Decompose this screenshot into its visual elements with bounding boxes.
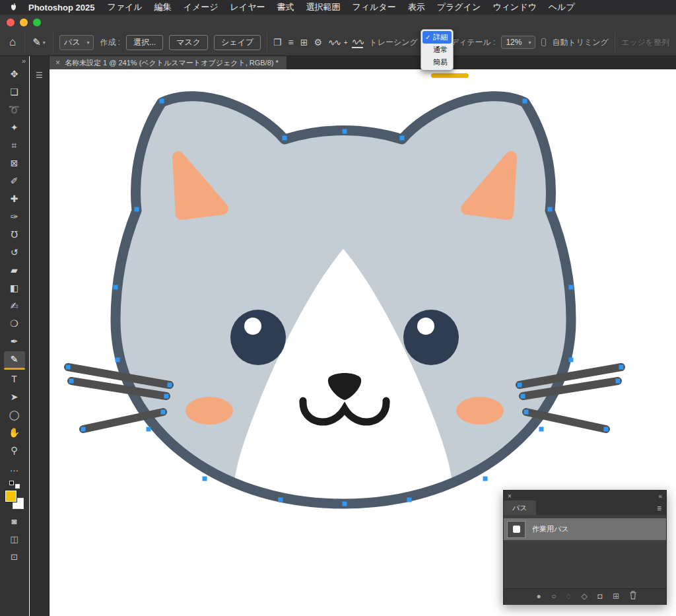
active-tool-preset[interactable]: ✎ ▾	[31, 36, 47, 48]
more-tools-ellipsis[interactable]: …	[4, 460, 25, 477]
tool-options-row: ⌂ ✎ ▾ パス ▾ 作成 : 選択... マスク シェイプ ❐ ≡ ⊞ ⚙ ∿…	[0, 29, 676, 55]
align-edges-label: エッジを整列	[621, 37, 669, 48]
shape-tool[interactable]: ◯	[4, 407, 25, 423]
vector-mask-icon[interactable]: ◇	[582, 592, 588, 601]
collapsed-panel-strip: ☰	[30, 56, 50, 616]
frame-tool[interactable]: ⊠	[4, 155, 25, 172]
hand-tool[interactable]: ✋	[4, 425, 25, 441]
capture-icon[interactable]: ⊡	[4, 549, 25, 565]
trace-add-icon[interactable]: ∿∿	[352, 37, 364, 48]
load-selection-icon[interactable]: ◌	[566, 592, 571, 601]
panel-menu-icon[interactable]: ≡	[657, 504, 666, 515]
foreground-color-swatch[interactable]	[5, 491, 17, 502]
cat-illustration	[66, 96, 624, 506]
options-bar: ⌂ ✎ ▾ パス ▾ 作成 : 選択... マスク シェイプ ❐ ≡ ⊞ ⚙ ∿…	[0, 15, 676, 56]
tracing-option-detailed[interactable]: ✓ 詳細	[422, 31, 452, 44]
document-tab-bar: × 名称未設定 1 @ 241% (ベクトルスマートオブジェクト, RGB/8)…	[50, 56, 676, 69]
menu-image[interactable]: イメージ	[178, 1, 224, 13]
paths-list: 作業用パス	[504, 515, 666, 588]
path-alignment-icon[interactable]: ≡	[288, 37, 294, 48]
new-path-icon[interactable]: ⊞	[613, 592, 619, 601]
pen-tool[interactable]: ✒	[4, 333, 25, 350]
menu-window[interactable]: ウィンドウ	[487, 1, 543, 13]
make-selection-button[interactable]: 選択...	[126, 35, 163, 50]
tab-paths[interactable]: パス	[504, 500, 536, 515]
separator	[24, 32, 25, 52]
close-tab-icon[interactable]: ×	[55, 58, 60, 67]
menu-view[interactable]: 表示	[402, 1, 431, 13]
healing-brush-tool[interactable]: ✚	[4, 191, 25, 207]
separator	[53, 32, 53, 52]
document-title: 名称未設定 1 @ 241% (ベクトルスマートオブジェクト, RGB/8) *	[65, 58, 279, 68]
tracing-option-simple[interactable]: 簡易	[422, 56, 452, 69]
left-eye	[230, 310, 286, 365]
type-tool[interactable]: T	[4, 371, 25, 388]
paths-panel-tabs: パス ≡	[504, 501, 666, 515]
tool-mode-select[interactable]: パス ▾	[59, 35, 94, 50]
menu-select[interactable]: 選択範囲	[300, 1, 346, 13]
menu-filter[interactable]: フィルター	[346, 1, 401, 13]
make-shape-button[interactable]: シェイプ	[214, 35, 261, 50]
lasso-tool[interactable]: ➰	[4, 102, 25, 118]
marquee-tool[interactable]: ❏	[4, 84, 25, 100]
path-selection-tool[interactable]: ➤	[4, 389, 25, 405]
right-eye-highlight	[417, 318, 434, 335]
path-arrangement-icon[interactable]: ⊞	[300, 37, 308, 48]
menu-plugins[interactable]: プラグイン	[431, 1, 487, 13]
paths-panel-footer: ● ○ ◌ ◇ ◘ ⊞	[504, 588, 666, 603]
smudge-tool[interactable]: ✍	[4, 298, 25, 314]
menu-help[interactable]: ヘルプ	[543, 1, 581, 13]
zoom-tool[interactable]: ⚲	[4, 442, 25, 459]
crop-tool[interactable]: ⌗	[4, 137, 25, 154]
eyedropper-tool[interactable]: ✐	[4, 173, 25, 189]
paths-panel: × « パス ≡ 作業用パス ● ○ ◌ ◇ ◘ ⊞	[503, 490, 667, 605]
separator	[267, 32, 267, 52]
content-aware-tracing-tool[interactable]: ✎	[4, 351, 25, 368]
tracing-tool-icon: ✎	[32, 36, 41, 48]
eraser-tool[interactable]: ▰	[4, 262, 25, 279]
path-operations-icon[interactable]: ❐	[273, 37, 282, 48]
detail-percent-select[interactable]: 12% ▾	[501, 36, 535, 49]
color-swatches	[5, 490, 24, 510]
menu-file[interactable]: ファイル	[101, 1, 148, 13]
work-path-row[interactable]: 作業用パス	[504, 518, 666, 540]
object-selection-tool[interactable]: ✦	[4, 120, 25, 136]
sliders-icon[interactable]: ☰	[30, 71, 49, 80]
add-mask-icon[interactable]: ◘	[597, 592, 602, 601]
document-tab[interactable]: × 名称未設定 1 @ 241% (ベクトルスマートオブジェクト, RGB/8)…	[50, 56, 287, 69]
gradient-tool[interactable]: ◧	[4, 280, 25, 296]
trace-sample-icon[interactable]: ∿∿	[328, 38, 340, 48]
menu-edit[interactable]: 編集	[149, 1, 178, 13]
collapse-panel-icon[interactable]: «	[658, 493, 662, 500]
apple-menu-icon[interactable]	[9, 3, 18, 12]
tracing-option-normal[interactable]: 通常	[422, 44, 452, 56]
zoom-window-button[interactable]	[33, 18, 41, 26]
delete-path-icon[interactable]	[629, 591, 637, 601]
path-thumbnail	[507, 521, 525, 538]
brush-tool[interactable]: ✑	[4, 209, 25, 225]
clone-stamp-tool[interactable]: ℧	[4, 226, 25, 243]
close-panel-icon[interactable]: ×	[508, 493, 512, 500]
fill-path-icon[interactable]: ●	[536, 592, 541, 601]
history-brush-tool[interactable]: ↺	[4, 244, 25, 261]
create-label: 作成 :	[100, 37, 120, 48]
selected-tool-underline	[4, 368, 25, 370]
photoshop-window: Photoshop 2025 ファイル 編集 イメージ レイヤー 書式 選択範囲…	[0, 0, 676, 616]
toolbar-collapse-icon[interactable]: »	[22, 56, 28, 66]
swap-colors-icon[interactable]	[9, 481, 20, 489]
auto-trim-label: 自動トリミング	[552, 37, 608, 48]
chevron-down-icon: ▾	[528, 40, 531, 46]
auto-trim-checkbox[interactable]	[541, 38, 546, 46]
screen-mode-icon[interactable]: ◫	[4, 531, 25, 547]
home-icon[interactable]: ⌂	[7, 36, 18, 49]
menu-type[interactable]: 書式	[271, 1, 300, 13]
minimize-window-button[interactable]	[20, 18, 28, 26]
dodge-tool[interactable]: ❍	[4, 316, 25, 332]
close-window-button[interactable]	[7, 18, 15, 26]
stroke-path-icon[interactable]: ○	[551, 592, 556, 601]
make-mask-button[interactable]: マスク	[169, 35, 208, 50]
move-tool[interactable]: ✥	[4, 66, 25, 83]
menu-layer[interactable]: レイヤー	[224, 1, 271, 13]
gear-icon[interactable]: ⚙	[314, 37, 322, 48]
quick-mask-icon[interactable]: ◙	[4, 514, 25, 530]
